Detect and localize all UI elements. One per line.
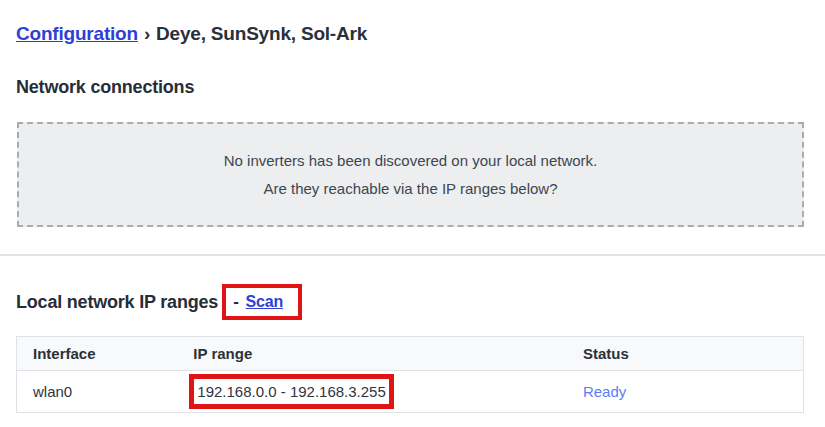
cell-interface: wlan0 — [17, 371, 178, 413]
annotation-box-ip-range: 192.168.0.0 - 192.168.3.255 — [189, 374, 394, 409]
table-header-row: Interface IP range Status — [17, 337, 804, 371]
breadcrumb-separator: › — [138, 23, 156, 44]
cell-ip-range: 192.168.0.0 - 192.168.3.255 — [177, 371, 567, 413]
breadcrumb-current-page: Deye, SunSynk, Sol-Ark — [156, 23, 367, 44]
notice-line-1: No inverters has been discovered on your… — [224, 150, 598, 171]
configuration-page: Configuration›Deye, SunSynk, Sol-Ark Net… — [0, 0, 825, 427]
scan-dash-separator: - — [233, 292, 238, 312]
annotation-box-scan: - Scan — [222, 284, 302, 320]
ip-ranges-heading-row: Local network IP ranges - Scan — [16, 283, 302, 321]
ip-ranges-heading: Local network IP ranges — [16, 292, 218, 313]
status-ready-value: Ready — [583, 383, 626, 400]
ip-ranges-table: Interface IP range Status wlan0 192.168.… — [16, 336, 804, 413]
table-row-wlan0: wlan0 192.168.0.0 - 192.168.3.255 Ready — [17, 371, 804, 413]
scan-link[interactable]: Scan — [246, 293, 283, 311]
breadcrumb: Configuration›Deye, SunSynk, Sol-Ark — [16, 23, 367, 45]
section-divider — [0, 254, 825, 256]
column-header-interface: Interface — [17, 337, 178, 371]
notice-line-2: Are they reachable via the IP ranges bel… — [263, 178, 557, 199]
column-header-ip-range: IP range — [177, 337, 567, 371]
breadcrumb-link-configuration[interactable]: Configuration — [16, 23, 138, 44]
no-inverters-notice: No inverters has been discovered on your… — [17, 122, 804, 227]
network-connections-heading: Network connections — [16, 77, 194, 98]
cell-status: Ready — [567, 371, 804, 413]
column-header-status: Status — [567, 337, 804, 371]
